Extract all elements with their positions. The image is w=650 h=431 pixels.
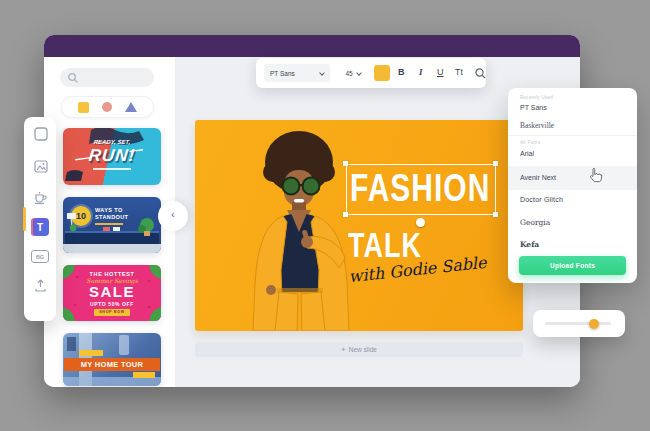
font-family-value: PT Sans	[270, 70, 295, 77]
search-input[interactable]	[60, 68, 154, 87]
tools-rail: T BG	[24, 117, 56, 321]
font-option-pt-sans[interactable]: PT Sans	[520, 104, 547, 111]
selection-handle-nw[interactable]	[343, 161, 348, 166]
cup-icon	[33, 191, 48, 205]
text-tool-button[interactable]: T	[31, 218, 49, 236]
magnifier-icon	[474, 67, 487, 80]
new-slide-button[interactable]: + New slide	[195, 342, 523, 357]
italic-button[interactable]: I	[419, 67, 423, 77]
room-illustration	[63, 197, 161, 253]
square-shape-icon[interactable]	[78, 102, 89, 113]
home-tag-top	[79, 350, 103, 356]
desktop-background: READY, SET, RUN! 10 WAYS TO STANDOUT	[0, 0, 650, 431]
new-slide-label: New slide	[349, 346, 377, 353]
font-size-value: 45	[345, 70, 352, 77]
sidebar-collapse-tab[interactable]: ‹	[158, 201, 188, 231]
active-tool-indicator	[23, 207, 26, 231]
frames-icon	[34, 127, 48, 141]
template-main-text: RUN!	[63, 146, 161, 166]
shape-filter-pill	[61, 96, 154, 118]
template-pre-text: READY, SET,	[63, 139, 161, 145]
search-icon	[67, 72, 79, 84]
template-subline	[93, 168, 131, 170]
text-case-button[interactable]: Tt	[455, 67, 463, 77]
font-option-kefa[interactable]: Kefa	[520, 240, 539, 249]
font-size-select[interactable]: 45	[338, 64, 368, 82]
all-fonts-label: All Fonts	[520, 140, 540, 145]
triangle-shape-icon[interactable]	[125, 102, 137, 112]
home-banner: MY HOME TOUR	[64, 358, 160, 371]
template-thumbnail-sale[interactable]: THE HOTTEST Summer Savings SALE UPTO 50%…	[63, 265, 161, 321]
slider-track[interactable]	[545, 322, 611, 325]
font-option-baskerville[interactable]: Baskerville	[520, 121, 554, 130]
font-option-doctor-glitch[interactable]: Doctor Glitch	[520, 196, 563, 203]
circle-shape-icon[interactable]	[102, 102, 112, 112]
home-tag-bottom	[133, 372, 155, 378]
text-tool-icon: T	[37, 222, 43, 233]
template-thumbnail-standout[interactable]: 10 WAYS TO STANDOUT	[63, 197, 161, 253]
divider	[508, 135, 637, 136]
plus-icon: +	[341, 345, 346, 354]
chevron-down-icon	[319, 70, 325, 76]
sale-sub: UPTO 50% OFF	[63, 301, 161, 307]
template-thumbnail-home[interactable]: MY HOME TOUR	[63, 333, 161, 386]
upload-tool-button[interactable]	[32, 277, 49, 294]
hand-cursor-icon	[588, 168, 603, 185]
bg-icon: BG	[36, 254, 44, 260]
selection-handle-sw[interactable]	[343, 212, 348, 217]
frames-tool-button[interactable]	[32, 125, 49, 142]
selection-handle-ne[interactable]	[493, 161, 498, 166]
underline-button[interactable]: U	[437, 67, 444, 77]
font-option-arial[interactable]: Arial	[520, 150, 534, 157]
template-thumbnail-run[interactable]: READY, SET, RUN!	[63, 128, 161, 185]
upload-fonts-label: Upload Fonts	[550, 262, 595, 269]
chevron-left-icon: ‹	[171, 208, 175, 220]
text-color-swatch[interactable]	[374, 65, 390, 81]
upload-icon	[33, 278, 48, 293]
shop-now-button: SHOP NOW	[94, 309, 130, 316]
font-family-select[interactable]: PT Sans	[264, 64, 330, 82]
slide-canvas[interactable]: FASHION TALK with Godie Sable	[195, 120, 523, 331]
text-format-toolbar: PT Sans 45 B I U Tt	[256, 58, 486, 88]
font-option-avenir-next[interactable]: Avenir Next	[520, 174, 556, 181]
zoom-button[interactable]	[474, 66, 487, 84]
font-dropdown-panel: Recently Used PT Sans Baskerville All Fo…	[508, 88, 637, 283]
templates-sidebar: READY, SET, RUN! 10 WAYS TO STANDOUT	[44, 57, 175, 387]
image-icon	[34, 160, 48, 173]
zoom-slider-card	[533, 310, 625, 337]
recent-fonts-label: Recently Used	[520, 95, 553, 100]
window-titlebar	[44, 35, 580, 57]
selection-box[interactable]	[346, 164, 496, 215]
selection-handle-se[interactable]	[493, 212, 498, 217]
bold-button[interactable]: B	[398, 67, 405, 77]
sale-main: SALE	[63, 283, 161, 300]
background-tool-button[interactable]: BG	[31, 250, 49, 263]
font-option-georgia[interactable]: Georgia	[520, 218, 550, 227]
media-tool-button[interactable]	[32, 158, 49, 175]
slider-thumb[interactable]	[589, 319, 599, 329]
props-tool-button[interactable]	[32, 189, 49, 206]
chevron-down-icon	[356, 70, 362, 76]
upload-fonts-button[interactable]: Upload Fonts	[519, 256, 626, 275]
